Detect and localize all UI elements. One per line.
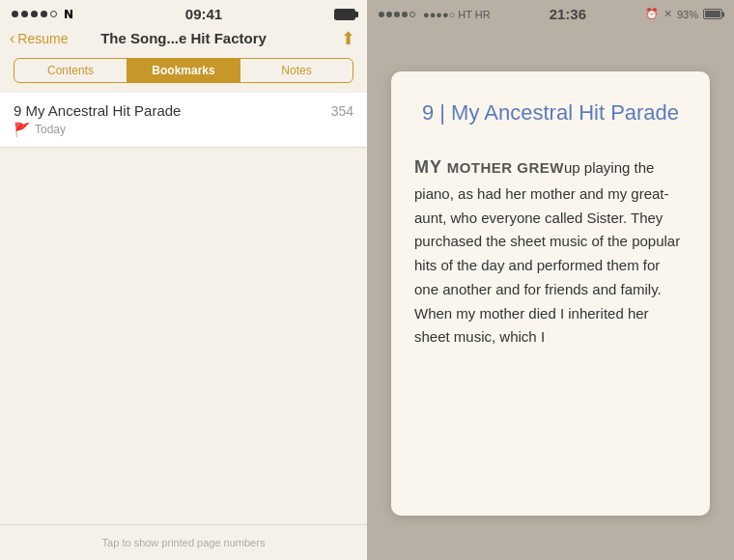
bookmark-item-header: 9 My Ancestral Hit Parade 354 [14, 102, 353, 119]
book-page-area: 9 | My Ancestral Hit Parade My mother gr… [367, 26, 734, 560]
signal-dots-right [379, 12, 415, 17]
dot-r-1 [379, 12, 384, 17]
chapter-title: 9 | My Ancestral Hit Parade [422, 98, 679, 127]
drop-cap: My [414, 157, 442, 177]
right-phone-panel: ●●●●○ HT HR 21:36 ⏰ ⨯ 93% 9 | My Ancestr… [367, 0, 734, 560]
bookmark-page: 354 [331, 103, 353, 119]
bottom-hint[interactable]: Tap to show printed page numbers [0, 524, 367, 560]
bookmark-flag-icon: 🚩 [14, 122, 30, 137]
body-text-content: up playing the piano, as had her mother … [414, 159, 680, 345]
list-item[interactable]: 9 My Ancestral Hit Parade 354 🚩 Today [0, 93, 367, 148]
battery-fill [335, 10, 354, 19]
bookmark-date-row: 🚩 Today [14, 122, 353, 143]
nav-title: The Song...e Hit Factory [100, 30, 267, 46]
share-icon[interactable]: ⬆ [341, 28, 355, 49]
signal-dot-1 [12, 11, 18, 17]
battery-indicator-left [334, 9, 355, 20]
signal-dot-3 [31, 11, 38, 17]
dot-r-5 [409, 12, 415, 17]
chapter-number: 9 | [422, 100, 445, 125]
bookmark-list: 9 My Ancestral Hit Parade 354 🚩 Today [0, 93, 367, 524]
bluetooth-icon: ⨯ [663, 8, 672, 20]
tab-segmented-control: Contents Bookmarks Notes [14, 58, 353, 83]
book-body-text: My mother grewup playing the piano, as h… [414, 154, 687, 350]
battery-rect [334, 9, 355, 20]
wifi-icon: 𝗡 [64, 8, 73, 21]
battery-bar-right [703, 9, 722, 19]
status-icons-right: ⏰ ⨯ 93% [645, 8, 722, 20]
drop-cap-rest: mother grew [442, 159, 564, 176]
carrier-signal-right: ●●●●○ HT HR [379, 9, 491, 20]
time-display-left: 09:41 [185, 6, 222, 22]
tab-contents[interactable]: Contents [14, 59, 127, 82]
signal-dot-4 [41, 11, 47, 17]
bottom-hint-text: Tap to show printed page numbers [102, 537, 266, 548]
tab-bookmarks[interactable]: Bookmarks [127, 59, 240, 82]
chevron-left-icon: ‹ [10, 30, 14, 47]
dot-r-3 [394, 12, 400, 17]
status-bar-left: 𝗡 09:41 [0, 0, 367, 26]
chapter-title-text: My Ancestral Hit Parade [451, 100, 679, 125]
alarm-icon: ⏰ [645, 8, 659, 20]
dot-r-2 [386, 12, 392, 17]
signal-dot-2 [21, 11, 28, 17]
back-label[interactable]: Resume [17, 31, 68, 46]
dot-r-4 [402, 12, 408, 17]
bookmark-title: 9 My Ancestral Hit Parade [14, 102, 181, 119]
page-card: 9 | My Ancestral Hit Parade My mother gr… [391, 71, 710, 516]
back-button[interactable]: ‹ Resume [10, 30, 68, 47]
bookmark-date: Today [35, 123, 66, 136]
signal-dot-5 [50, 11, 57, 17]
tab-notes[interactable]: Notes [240, 59, 353, 82]
time-display-right: 21:36 [550, 6, 586, 22]
battery-percent-right: 93% [677, 9, 698, 20]
nav-bar: ‹ Resume The Song...e Hit Factory ⬆ [0, 26, 367, 54]
signal-indicator: 𝗡 [12, 8, 73, 21]
battery-fill-right [705, 11, 720, 17]
carrier-name-right: ●●●●○ HT HR [423, 9, 491, 20]
left-phone-panel: 𝗡 09:41 ‹ Resume The Song...e Hit Factor… [0, 0, 367, 560]
status-bar-right: ●●●●○ HT HR 21:36 ⏰ ⨯ 93% [367, 0, 734, 26]
